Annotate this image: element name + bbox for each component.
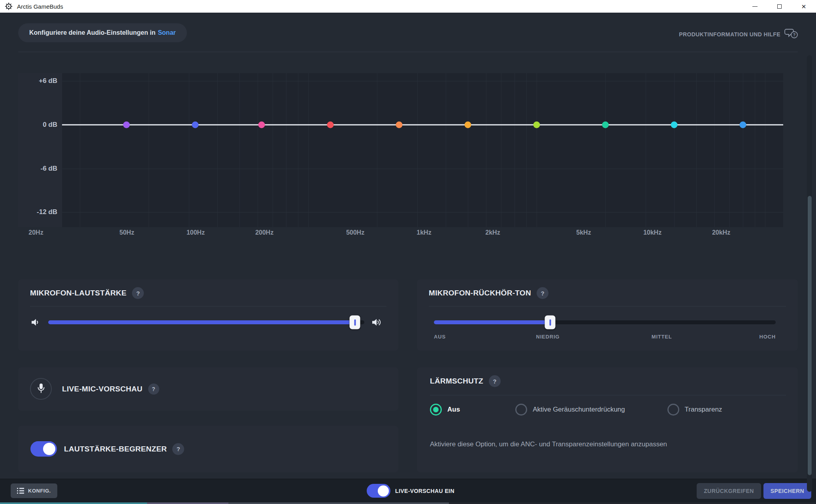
sidetone-divider — [429, 306, 786, 307]
grid-line-horizontal — [62, 212, 783, 213]
grid-line-vertical — [286, 73, 286, 227]
x-axis-tick-label: 50Hz — [119, 229, 134, 236]
bottom-bar: KONFIG. LIVE-VORSCHAU EIN ZURÜCKGREIFEN … — [0, 479, 816, 502]
noise-control-options: AusAktive GeräuschunterdrückungTranspare… — [430, 404, 722, 416]
y-axis-tick-label: +6 dB — [39, 77, 57, 85]
banner-text: Konfiguriere deine Audio-Einstellungen i… — [29, 29, 155, 36]
sidetone-level-aus[interactable]: AUS — [434, 334, 446, 340]
eq-band-handle-500hz[interactable] — [396, 122, 403, 128]
eq-band-handle-16000hz[interactable] — [739, 122, 746, 128]
mic-volume-divider — [30, 306, 386, 307]
sidetone-level-mittel[interactable]: MITTEL — [652, 334, 672, 340]
grid-line-vertical — [605, 73, 606, 227]
noise-option-aus[interactable]: Aus — [430, 404, 460, 416]
steelseries-logo-icon — [4, 2, 13, 11]
close-button[interactable]: ✕ — [792, 0, 816, 13]
eq-band-handle-1000hz[interactable] — [465, 122, 471, 128]
list-icon — [17, 488, 24, 494]
noise-control-help-button[interactable]: ? — [489, 375, 501, 387]
scrollbar[interactable] — [807, 55, 812, 492]
grid-line-vertical — [755, 73, 755, 227]
eq-band-handle-125hz[interactable] — [258, 122, 265, 128]
live-mic-preview-title: LIVE-MIC-VORSCHAU — [62, 385, 143, 393]
mic-volume-help-button[interactable]: ? — [132, 287, 144, 299]
grid-line-vertical — [729, 73, 730, 227]
maximize-button[interactable] — [767, 0, 792, 13]
x-axis-tick-label: 5kHz — [576, 229, 591, 236]
x-axis-tick-label: 200Hz — [255, 229, 273, 236]
radio-label: Transparenz — [685, 406, 722, 414]
grid-line-vertical — [526, 73, 527, 227]
grid-line-vertical — [258, 73, 258, 227]
y-axis-tick-label: -6 dB — [41, 165, 58, 173]
revert-button[interactable]: ZURÜCKGREIFEN — [697, 483, 761, 499]
volume-high-icon — [371, 317, 382, 329]
eq-band-handle-250hz[interactable] — [327, 122, 334, 128]
scrollbar-thumb[interactable] — [808, 196, 812, 475]
grid-line-vertical — [298, 73, 298, 227]
grid-line-vertical — [486, 73, 486, 227]
live-mic-preview-button[interactable] — [30, 378, 52, 400]
title-bar: Arctis GameBuds ✕ — [0, 0, 816, 13]
x-axis-tick-label: 100Hz — [187, 229, 205, 236]
header-divider — [18, 52, 798, 52]
config-button[interactable]: KONFIG. — [11, 483, 57, 498]
product-info-help[interactable]: PRODUKTINFORMATION UND HILFE ? — [679, 28, 799, 41]
bottom-accent-strip — [0, 502, 816, 504]
y-axis-tick-label: 0 dB — [43, 121, 57, 129]
radio-button-icon — [667, 404, 679, 416]
grid-line-vertical — [273, 73, 273, 227]
noise-option-aktive-ger-uschunterdr-ckung[interactable]: Aktive Geräuschunterdrückung — [515, 404, 625, 416]
x-axis-tick-label: 500Hz — [346, 229, 364, 236]
maximize-icon — [777, 4, 782, 9]
mic-volume-slider-handle[interactable] — [350, 316, 360, 329]
grid-line-vertical — [417, 73, 418, 227]
mic-volume-panel: MIKROFON-LAUTSTÄRKE ? — [18, 279, 398, 351]
grid-line-vertical — [714, 73, 715, 227]
x-axis-tick-label: 10kHz — [643, 229, 661, 236]
sidetone-level-labels: AUSNIEDRIGMITTELHOCH — [434, 334, 776, 342]
eq-band-handle-8000hz[interactable] — [671, 122, 677, 128]
live-mic-preview-help-button[interactable]: ? — [148, 384, 159, 395]
live-mic-preview-panel: LIVE-MIC-VORSCHAU ? — [18, 367, 398, 411]
microphone-icon — [37, 383, 45, 395]
mic-volume-slider[interactable] — [48, 320, 364, 324]
minimize-button[interactable] — [743, 0, 767, 13]
equalizer-chart: +6 dB0 dB-6 dB-12 dB — [18, 73, 783, 227]
grid-line-horizontal — [62, 169, 783, 169]
sidetone-level-niedrig[interactable]: NIEDRIG — [536, 334, 560, 340]
grid-line-horizontal — [62, 81, 783, 81]
eq-plot[interactable] — [62, 73, 783, 227]
product-info-help-label: PRODUKTINFORMATION UND HILFE — [679, 31, 780, 38]
sidetone-level-hoch[interactable]: HOCH — [759, 334, 776, 340]
eq-band-handle-64hz[interactable] — [192, 122, 198, 128]
eq-y-axis: +6 dB0 dB-6 dB-12 dB — [18, 73, 62, 227]
svg-text:?: ? — [793, 33, 795, 37]
sidetone-slider-handle[interactable] — [545, 316, 556, 329]
volume-low-icon — [30, 317, 40, 329]
grid-line-vertical — [446, 73, 446, 227]
grid-line-vertical — [80, 73, 80, 227]
toggle-knob — [43, 443, 55, 455]
grid-line-vertical — [149, 73, 149, 227]
volume-limiter-toggle[interactable] — [30, 441, 57, 457]
live-preview-toggle[interactable] — [367, 484, 390, 498]
eq-x-axis: 20Hz50Hz100Hz200Hz500Hz1kHz2kHz5kHz10kHz… — [18, 229, 739, 239]
sidetone-slider[interactable] — [434, 320, 776, 324]
radio-label: Aus — [447, 406, 460, 414]
sidetone-help-button[interactable]: ? — [537, 287, 548, 299]
eq-band-handle-2000hz[interactable] — [533, 122, 540, 128]
grid-line-vertical — [501, 73, 501, 227]
grid-line-vertical — [377, 73, 377, 227]
noise-option-transparenz[interactable]: Transparenz — [667, 404, 722, 416]
eq-band-handle-4000hz[interactable] — [602, 122, 609, 128]
noise-control-helper-text: Aktiviere diese Option, um die ANC- und … — [430, 440, 667, 448]
eq-band-handle-32hz[interactable] — [123, 122, 130, 128]
close-icon: ✕ — [801, 4, 807, 9]
save-button[interactable]: SPEICHERN — [763, 483, 811, 499]
sonar-link[interactable]: Sonar — [158, 29, 175, 36]
grid-line-vertical — [514, 73, 515, 227]
mic-volume-title: MIKROFON-LAUTSTÄRKE — [30, 289, 126, 297]
volume-limiter-help-button[interactable]: ? — [172, 443, 184, 455]
volume-limiter-title: LAUTSTÄRKE-BEGRENZER — [64, 445, 167, 453]
